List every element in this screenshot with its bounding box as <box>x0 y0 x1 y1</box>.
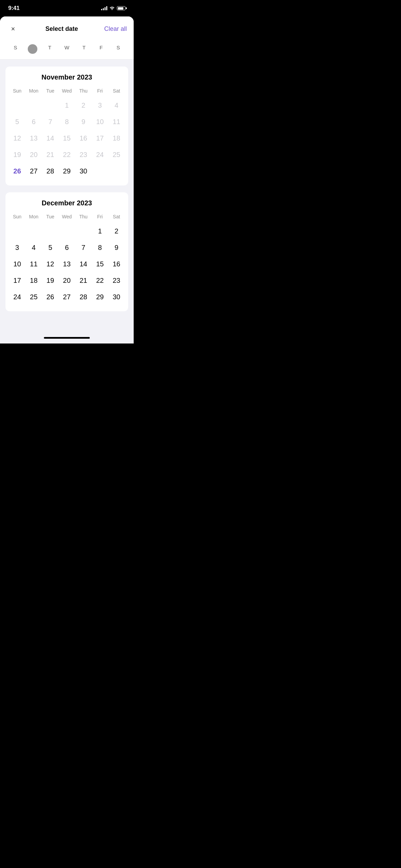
nov-day-9[interactable]: 9 <box>76 114 91 129</box>
dec-day-21[interactable]: 21 <box>76 273 91 288</box>
dec-day-15[interactable]: 15 <box>93 256 108 272</box>
dec-day-4[interactable]: 4 <box>26 240 41 255</box>
dec-day-14[interactable]: 14 <box>76 256 91 272</box>
dec-day-20[interactable]: 20 <box>59 273 74 288</box>
nov-day-7[interactable]: 7 <box>43 114 58 129</box>
dec-empty-4 <box>59 224 74 239</box>
wifi-icon <box>109 6 115 11</box>
clear-all-button[interactable]: Clear all <box>104 25 127 33</box>
nov-day-29[interactable]: 29 <box>59 164 74 179</box>
dec-day-6[interactable]: 6 <box>59 240 74 255</box>
nov-day-19[interactable]: 19 <box>10 147 25 162</box>
nov-day-4[interactable]: 4 <box>109 98 124 113</box>
nov-day-5[interactable]: 5 <box>10 114 25 129</box>
dec-day-7[interactable]: 7 <box>76 240 91 255</box>
nov-day-15[interactable]: 15 <box>59 131 74 146</box>
home-indicator <box>0 332 134 343</box>
nov-thu-header: Thu <box>75 87 92 95</box>
dec-day-29[interactable]: 29 <box>93 289 108 304</box>
nov-day-21[interactable]: 21 <box>43 147 58 162</box>
battery-icon <box>117 6 125 10</box>
dec-day-19[interactable]: 19 <box>43 273 58 288</box>
dec-day-28[interactable]: 28 <box>76 289 91 304</box>
nov-empty-2 <box>26 98 41 113</box>
status-bar: 9:41 <box>0 0 134 16</box>
nov-day-25[interactable]: 25 <box>109 147 124 162</box>
nov-day-26-today[interactable]: 26 <box>10 164 25 179</box>
nov-day-10[interactable]: 10 <box>93 114 108 129</box>
nov-wed-header: Wed <box>59 87 75 95</box>
november-grid: 1 2 3 4 5 6 7 8 9 10 11 12 13 14 15 16 1… <box>9 98 125 179</box>
november-2023-section: November 2023 Sun Mon Tue Wed Thu Fri Sa… <box>5 67 128 185</box>
nov-day-18[interactable]: 18 <box>109 131 124 146</box>
modal-title: Select date <box>45 25 78 33</box>
dec-day-10[interactable]: 10 <box>10 256 25 272</box>
nov-day-22[interactable]: 22 <box>59 147 74 162</box>
dec-day-headers: Sun Mon Tue Wed Thu Fri Sat <box>9 213 125 221</box>
dec-day-18[interactable]: 18 <box>26 273 41 288</box>
weekday-thu: T <box>75 43 93 52</box>
nov-empty-1 <box>10 98 25 113</box>
dec-day-5[interactable]: 5 <box>43 240 58 255</box>
dec-fri-header: Fri <box>92 213 108 221</box>
nov-mon-header: Mon <box>25 87 42 95</box>
weekday-wed: W <box>58 43 75 52</box>
dec-day-11[interactable]: 11 <box>26 256 41 272</box>
dec-day-8[interactable]: 8 <box>93 240 108 255</box>
nov-day-16[interactable]: 16 <box>76 131 91 146</box>
dec-day-13[interactable]: 13 <box>59 256 74 272</box>
december-2023-section: December 2023 Sun Mon Tue Wed Thu Fri Sa… <box>5 192 128 311</box>
nov-day-6[interactable]: 6 <box>26 114 41 129</box>
dec-day-12[interactable]: 12 <box>43 256 58 272</box>
dec-sun-header: Sun <box>9 213 25 221</box>
dec-day-3[interactable]: 3 <box>10 240 25 255</box>
dec-mon-header: Mon <box>25 213 42 221</box>
nov-day-24[interactable]: 24 <box>93 147 108 162</box>
nov-sat-header: Sat <box>108 87 125 95</box>
nov-day-11[interactable]: 11 <box>109 114 124 129</box>
date-picker-modal: × Select date Clear all S M T W T F S No… <box>0 16 134 343</box>
weekday-sat: S <box>110 43 127 52</box>
dec-empty-1 <box>10 224 25 239</box>
nov-tue-header: Tue <box>42 87 59 95</box>
dec-day-30[interactable]: 30 <box>109 289 124 304</box>
nov-day-27[interactable]: 27 <box>26 164 41 179</box>
dec-sat-header: Sat <box>108 213 125 221</box>
nov-empty-end-2 <box>109 164 124 179</box>
nov-day-14[interactable]: 14 <box>43 131 58 146</box>
weekday-mon: M <box>24 43 41 52</box>
dec-day-2[interactable]: 2 <box>109 224 124 239</box>
nov-day-28[interactable]: 28 <box>43 164 58 179</box>
nov-day-30[interactable]: 30 <box>76 164 91 179</box>
nov-day-12[interactable]: 12 <box>10 131 25 146</box>
nov-day-20[interactable]: 20 <box>26 147 41 162</box>
nov-day-1[interactable]: 1 <box>59 98 74 113</box>
dec-day-24[interactable]: 24 <box>10 289 25 304</box>
nov-day-headers: Sun Mon Tue Wed Thu Fri Sat <box>9 87 125 95</box>
calendar-scroll[interactable]: November 2023 Sun Mon Tue Wed Thu Fri Sa… <box>0 60 134 332</box>
dec-empty-3 <box>43 224 58 239</box>
weekday-tue: T <box>41 43 58 52</box>
dec-empty-2 <box>26 224 41 239</box>
close-button[interactable]: × <box>7 23 19 35</box>
dec-day-1[interactable]: 1 <box>93 224 108 239</box>
nov-day-13[interactable]: 13 <box>26 131 41 146</box>
dec-empty-5 <box>76 224 91 239</box>
dec-day-22[interactable]: 22 <box>93 273 108 288</box>
dec-day-9[interactable]: 9 <box>109 240 124 255</box>
nov-day-17[interactable]: 17 <box>93 131 108 146</box>
nov-day-8[interactable]: 8 <box>59 114 74 129</box>
nov-day-3[interactable]: 3 <box>93 98 108 113</box>
dec-day-27[interactable]: 27 <box>59 289 74 304</box>
dec-day-23[interactable]: 23 <box>109 273 124 288</box>
dec-day-16[interactable]: 16 <box>109 256 124 272</box>
dec-tue-header: Tue <box>42 213 59 221</box>
dec-day-17[interactable]: 17 <box>10 273 25 288</box>
dec-day-25[interactable]: 25 <box>26 289 41 304</box>
dec-day-26[interactable]: 26 <box>43 289 58 304</box>
modal-header: × Select date Clear all S M T W T F S <box>0 16 134 60</box>
nov-fri-header: Fri <box>92 87 108 95</box>
nov-day-2[interactable]: 2 <box>76 98 91 113</box>
dec-thu-header: Thu <box>75 213 92 221</box>
nov-day-23[interactable]: 23 <box>76 147 91 162</box>
